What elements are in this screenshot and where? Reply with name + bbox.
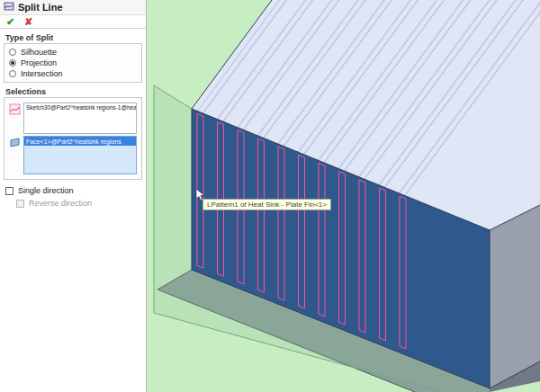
radio-silhouette-circle[interactable] <box>9 49 16 56</box>
panel-title: Split Line <box>18 2 63 13</box>
sketch-icon <box>9 102 21 114</box>
selections-body: Sketch30@Part2^heatsink regions-1@heatsi… <box>4 97 142 180</box>
radio-projection[interactable]: Projection <box>9 58 137 68</box>
sketch-selection-item[interactable]: Sketch30@Part2^heatsink regions-1@heatsi… <box>24 103 136 111</box>
selections-group: Selections Sketch30@Part2^heatsink regio… <box>4 85 142 180</box>
single-direction-label: Single direction <box>18 186 74 195</box>
radio-projection-circle[interactable] <box>9 59 16 67</box>
sketch-selection-row: Sketch30@Part2^heatsink regions-1@heatsi… <box>9 102 137 134</box>
ok-button[interactable]: ✔ <box>6 16 14 28</box>
single-direction-row[interactable]: Single direction <box>5 186 140 195</box>
scene-svg <box>147 0 540 392</box>
face-selection-item[interactable]: Face<1>@Part2^heatsink regions <box>24 137 136 146</box>
selections-label: Selections <box>4 85 142 97</box>
solidworks-window: Split Line ✔ ✘ Type of Split Silhouette … <box>0 0 540 392</box>
type-of-split-body: Silhouette Projection Intersection <box>4 43 142 83</box>
type-of-split-group: Type of Split Silhouette Projection Inte… <box>4 31 142 83</box>
radio-silhouette[interactable]: Silhouette <box>9 47 137 58</box>
reverse-direction-label: Reverse direction <box>29 199 92 208</box>
radio-intersection-label: Intersection <box>21 69 63 78</box>
single-direction-checkbox[interactable] <box>5 187 14 195</box>
sketch-selection-box[interactable]: Sketch30@Part2^heatsink regions-1@heatsi… <box>23 102 137 134</box>
feature-tooltip: LPattern1 of Heat Sink - Plate Fin<1> <box>202 199 331 210</box>
radio-intersection[interactable]: Intersection <box>9 68 137 79</box>
face-selection-row: Face<1>@Part2^heatsink regions <box>9 136 137 174</box>
property-manager-panel: Split Line ✔ ✘ Type of Split Silhouette … <box>0 0 147 392</box>
radio-projection-label: Projection <box>21 58 57 67</box>
reverse-direction-checkbox <box>16 200 24 208</box>
face-icon <box>9 136 21 147</box>
graphics-area[interactable]: LPattern1 of Heat Sink - Plate Fin<1> <box>147 0 540 392</box>
face-selection-box[interactable]: Face<1>@Part2^heatsink regions <box>23 136 137 174</box>
heatsink-side-face[interactable] <box>490 205 540 388</box>
reverse-direction-row: Reverse direction <box>16 199 140 208</box>
panel-actions: ✔ ✘ <box>0 15 146 29</box>
radio-silhouette-label: Silhouette <box>21 48 57 57</box>
cancel-button[interactable]: ✘ <box>24 16 32 28</box>
radio-intersection-circle[interactable] <box>9 70 16 77</box>
split-line-icon <box>4 1 14 13</box>
type-of-split-label: Type of Split <box>4 31 142 43</box>
panel-title-bar: Split Line <box>0 0 146 15</box>
